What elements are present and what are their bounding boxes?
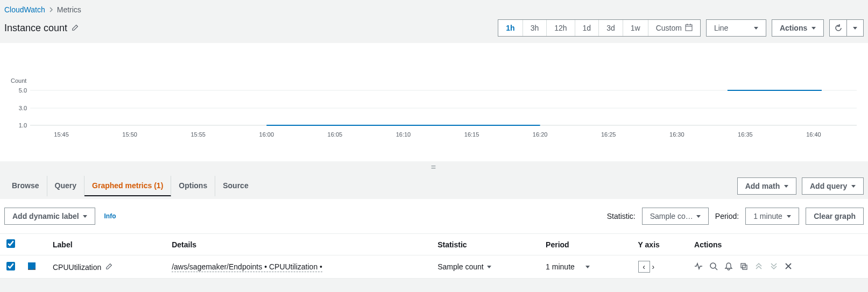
svg-point-24 — [710, 263, 716, 268]
clear-graph-button[interactable]: Clear graph — [806, 208, 864, 225]
caret-down-icon — [487, 266, 491, 268]
page-title: Instance count — [4, 23, 79, 34]
svg-text:5.0: 5.0 — [19, 87, 27, 94]
refresh-options-button[interactable] — [846, 19, 864, 37]
svg-text:15:50: 15:50 — [122, 131, 137, 138]
svg-line-25 — [715, 268, 717, 270]
row-period-select[interactable]: 1 minute — [546, 262, 589, 271]
metrics-table: Label Details Statistic Period Y axis Ac… — [0, 233, 868, 279]
page-title-text: Instance count — [4, 23, 67, 34]
svg-text:16:00: 16:00 — [259, 131, 274, 138]
col-period: Period — [539, 234, 632, 255]
add-dynamic-label-text: Add dynamic label — [12, 212, 79, 220]
calendar-icon — [685, 24, 693, 33]
edit-icon[interactable] — [72, 23, 79, 34]
svg-text:16:15: 16:15 — [464, 131, 479, 138]
tab-browse[interactable]: Browse — [4, 176, 47, 196]
tabs: Browse Query Graphed metrics (1) Options… — [4, 176, 256, 196]
row-label: CPUUtilization — [53, 263, 101, 272]
y-axis-label: Count — [11, 77, 26, 84]
time-range-1h[interactable]: 1h — [498, 20, 522, 36]
time-range-selector: 1h 3h 12h 1d 3d 1w Custom — [498, 19, 701, 37]
copy-icon[interactable] — [739, 262, 748, 272]
svg-text:1.0: 1.0 — [19, 122, 27, 129]
col-yaxis: Y axis — [632, 234, 688, 255]
statistic-value: Sample co… — [650, 212, 693, 220]
time-range-custom-label: Custom — [656, 24, 682, 32]
caret-down-icon — [585, 266, 590, 268]
caret-down-icon — [754, 27, 758, 30]
move-up-icon — [754, 262, 763, 272]
y-axis-right[interactable]: › — [652, 262, 655, 271]
col-actions: Actions — [688, 234, 868, 255]
svg-text:16:30: 16:30 — [669, 131, 684, 138]
resize-handle[interactable]: = — [0, 161, 868, 173]
tab-source[interactable]: Source — [215, 176, 256, 196]
y-axis-toggle[interactable]: ‹ › — [638, 261, 655, 273]
add-query-button[interactable]: Add query — [802, 177, 864, 195]
bell-icon[interactable] — [724, 262, 733, 272]
time-range-custom[interactable]: Custom — [648, 20, 700, 36]
tab-query[interactable]: Query — [47, 176, 84, 196]
caret-down-icon — [696, 215, 701, 218]
tabs-row: Browse Query Graphed metrics (1) Options… — [0, 173, 868, 199]
actions-label: Actions — [780, 24, 807, 32]
add-dynamic-label-button[interactable]: Add dynamic label — [4, 208, 95, 225]
add-math-label: Add math — [745, 182, 780, 190]
breadcrumb: CloudWatch Metrics — [0, 0, 868, 17]
caret-down-icon — [853, 27, 857, 30]
statistic-label: Statistic: — [607, 212, 636, 220]
caret-down-icon — [83, 215, 87, 218]
edit-icon[interactable] — [105, 263, 113, 272]
svg-text:15:45: 15:45 — [54, 131, 69, 138]
table-row: CPUUtilization /aws/sagemaker/Endpoints … — [0, 255, 868, 279]
move-down-icon — [770, 262, 778, 272]
row-period-value: 1 minute — [546, 262, 575, 271]
tab-graphed-metrics[interactable]: Graphed metrics (1) — [84, 176, 171, 196]
caret-down-icon — [784, 185, 788, 188]
time-range-3h[interactable]: 3h — [523, 20, 547, 36]
search-icon[interactable] — [709, 262, 718, 272]
breadcrumb-root[interactable]: CloudWatch — [4, 5, 45, 14]
tab-options[interactable]: Options — [171, 176, 215, 196]
row-statistic-value: Sample count — [437, 262, 484, 271]
svg-text:16:10: 16:10 — [396, 131, 411, 138]
chart-panel: Count 5.0 3.0 1.0 15:45 15:50 15:55 16:0… — [0, 43, 868, 161]
select-all-checkbox[interactable] — [6, 239, 15, 248]
svg-rect-27 — [743, 265, 747, 269]
statistic-select[interactable]: Sample co… — [642, 208, 709, 225]
remove-icon[interactable] — [785, 262, 792, 272]
svg-text:16:40: 16:40 — [806, 131, 821, 138]
chart-type-select[interactable]: Line — [706, 19, 766, 37]
col-details: Details — [165, 234, 431, 255]
toolbar: Add dynamic label Info Statistic: Sample… — [0, 199, 868, 233]
period-select[interactable]: 1 minute — [745, 208, 799, 225]
row-statistic-select[interactable]: Sample count — [437, 262, 491, 271]
row-details[interactable]: /aws/sagemaker/Endpoints • CPUUtilizatio… — [172, 262, 322, 272]
chevron-right-icon — [48, 5, 54, 14]
series-color-swatch[interactable] — [28, 262, 36, 270]
info-link[interactable]: Info — [104, 212, 116, 220]
svg-text:3.0: 3.0 — [19, 105, 27, 111]
time-range-1w[interactable]: 1w — [623, 20, 648, 36]
col-label: Label — [46, 234, 165, 255]
period-label: Period: — [715, 212, 739, 220]
chart-type-value: Line — [714, 24, 728, 32]
caret-down-icon — [851, 185, 856, 188]
period-value: 1 minute — [753, 212, 782, 220]
svg-text:16:35: 16:35 — [738, 131, 753, 138]
svg-text:16:05: 16:05 — [328, 131, 343, 138]
caret-down-icon — [787, 215, 791, 218]
time-range-12h[interactable]: 12h — [546, 20, 574, 36]
pulse-icon[interactable] — [694, 262, 703, 272]
time-range-3d[interactable]: 3d — [598, 20, 623, 36]
add-query-label: Add query — [810, 182, 847, 190]
refresh-button[interactable] — [829, 19, 846, 37]
line-chart[interactable]: 5.0 3.0 1.0 15:45 15:50 15:55 16:00 16:0… — [9, 49, 859, 157]
actions-button[interactable]: Actions — [772, 19, 824, 37]
row-checkbox[interactable] — [6, 262, 15, 270]
time-range-1d[interactable]: 1d — [575, 20, 599, 36]
svg-rect-26 — [741, 263, 745, 268]
y-axis-left[interactable]: ‹ — [638, 261, 650, 273]
add-math-button[interactable]: Add math — [737, 177, 796, 195]
